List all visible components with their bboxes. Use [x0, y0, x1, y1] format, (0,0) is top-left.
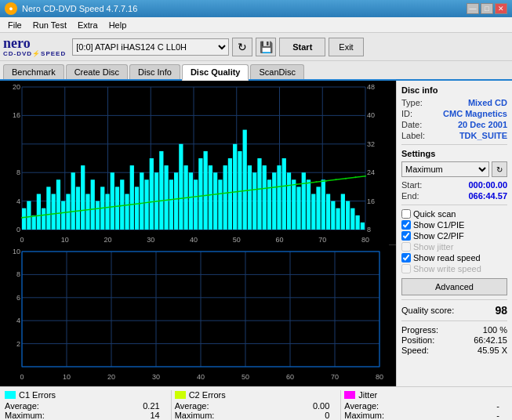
progress-value: 100 % [483, 325, 507, 335]
disc-id-label: ID: [401, 109, 412, 118]
maximize-button[interactable]: □ [481, 3, 493, 14]
speed-settings-row: Maximum ↻ [401, 161, 507, 177]
c1-max-row: Maximum: 14 [5, 411, 168, 420]
top-chart [0, 81, 396, 245]
tabs-bar: Benchmark Create Disc Disc Info Disc Qua… [0, 61, 512, 81]
right-panel: Disc info Type: Mixed CD ID: CMC Magneti… [396, 81, 512, 386]
jitter-legend: Jitter Average: - Maximum: - [344, 390, 507, 420]
start-label: Start: [401, 180, 422, 190]
show-write-speed-label: Show write speed [413, 264, 481, 273]
speed-select[interactable]: Maximum [401, 161, 489, 177]
menu-run-test[interactable]: Run Test [28, 19, 71, 31]
c1-max-value: 14 [150, 411, 159, 420]
c1-max-label: Maximum: [5, 411, 45, 420]
refresh-button[interactable]: ↻ [232, 38, 252, 56]
c1-legend-label: C1 Errors [19, 390, 56, 400]
main-content: Disc info Type: Mixed CD ID: CMC Magneti… [0, 81, 512, 386]
disc-type-value: Mixed CD [468, 98, 507, 107]
c2-legend-label: C2 Errors [189, 390, 226, 400]
tab-disc-info[interactable]: Disc Info [129, 64, 180, 79]
c1-color-box [5, 391, 16, 399]
divider-2 [401, 205, 507, 205]
jitter-average-row: Average: - [344, 401, 507, 411]
c1-average-label: Average: [5, 401, 39, 411]
quick-scan-label: Quick scan [413, 209, 456, 219]
settings-refresh-button[interactable]: ↻ [492, 161, 507, 177]
c1-legend: C1 Errors Average: 0.21 Maximum: 14 Tota… [5, 390, 168, 420]
tab-disc-quality[interactable]: Disc Quality [182, 64, 249, 81]
c1-legend-header: C1 Errors [5, 390, 168, 400]
show-c2-pif-row: Show C2/PIF [401, 231, 507, 241]
progress-label: Progress: [401, 325, 438, 335]
jitter-legend-label: Jitter [358, 390, 377, 400]
quality-score-value: 98 [495, 304, 507, 317]
c2-average-value: 0.00 [313, 401, 329, 411]
disc-type-label: Type: [401, 98, 423, 107]
jitter-max-value: - [496, 411, 499, 420]
disc-info-title: Disc info [401, 85, 507, 95]
position-row: Position: 66:42.15 [401, 335, 507, 345]
exit-button[interactable]: Exit [329, 38, 363, 56]
show-write-speed-row: Show write speed [401, 264, 507, 273]
jitter-max-label: Maximum: [344, 411, 384, 420]
close-button[interactable]: ✕ [495, 3, 507, 14]
tab-scan-disc[interactable]: ScanDisc [250, 64, 303, 79]
advanced-button[interactable]: Advanced [401, 278, 507, 295]
tab-benchmark[interactable]: Benchmark [3, 64, 64, 79]
disc-id-value: CMC Magnetics [443, 109, 507, 118]
jitter-average-value: - [496, 401, 499, 411]
show-read-speed-label: Show read speed [413, 253, 481, 262]
jitter-average-label: Average: [344, 401, 379, 411]
position-label: Position: [401, 335, 434, 345]
show-read-speed-checkbox[interactable] [401, 253, 411, 262]
disc-type-row: Type: Mixed CD [401, 98, 507, 107]
menu-help[interactable]: Help [104, 19, 132, 31]
minimize-button[interactable]: — [467, 3, 479, 14]
menu-bar: File Run Test Extra Help [0, 17, 512, 33]
disc-id-row: ID: CMC Magnetics [401, 109, 507, 118]
drive-select[interactable]: [0:0] ATAPI iHAS124 C LL0H [72, 38, 229, 56]
c2-average-label: Average: [175, 401, 209, 411]
settings-title: Settings [401, 149, 507, 158]
quick-scan-row: Quick scan [401, 209, 507, 219]
c2-max-value: 0 [325, 411, 329, 420]
divider-1 [401, 144, 507, 145]
show-jitter-label: Show jitter [413, 242, 453, 252]
menu-file[interactable]: File [3, 19, 27, 31]
speed-label: Speed: [401, 346, 429, 355]
c2-color-box [175, 391, 186, 399]
title-bar-title: Nero CD-DVD Speed 4.7.7.16 [22, 4, 137, 13]
quick-scan-checkbox[interactable] [401, 209, 411, 219]
nero-cd-text: CD-DVD⚡SPEED [3, 50, 66, 57]
start-button[interactable]: Start [279, 38, 325, 56]
c2-average-row: Average: 0.00 [175, 401, 338, 411]
show-c2-pif-checkbox[interactable] [401, 231, 411, 241]
jitter-legend-header: Jitter [344, 390, 507, 400]
menu-extra[interactable]: Extra [73, 19, 103, 31]
c2-legend: C2 Errors Average: 0.00 Maximum: 0 Total… [175, 390, 338, 420]
speed-row: Speed: 45.95 X [401, 346, 507, 355]
show-write-speed-checkbox[interactable] [401, 264, 411, 273]
legend-divider-1 [171, 390, 172, 420]
c2-legend-header: C2 Errors [175, 390, 338, 400]
disc-label-row: Label: TDK_SUITE [401, 131, 507, 140]
divider-4 [401, 320, 507, 321]
nero-logo-text: nero [3, 36, 31, 50]
chart-area [0, 81, 396, 386]
disc-date-label: Date: [401, 120, 422, 129]
title-bar: ● Nero CD-DVD Speed 4.7.7.16 — □ ✕ [0, 0, 512, 17]
c1-average-row: Average: 0.21 [5, 401, 168, 411]
quality-score-row: Quality score: 98 [401, 304, 507, 317]
legend-divider-2 [340, 390, 341, 420]
speed-value: 45.95 X [478, 346, 507, 355]
show-jitter-checkbox[interactable] [401, 242, 411, 252]
show-c1-pie-checkbox[interactable] [401, 220, 411, 230]
nero-logo: nero CD-DVD⚡SPEED [3, 36, 66, 57]
show-jitter-row: Show jitter [401, 242, 507, 252]
save-button[interactable]: 💾 [256, 38, 276, 56]
disc-date-row: Date: 20 Dec 2001 [401, 120, 507, 129]
tab-create-disc[interactable]: Create Disc [66, 64, 128, 79]
divider-3 [401, 299, 507, 300]
legend-bar: C1 Errors Average: 0.21 Maximum: 14 Tota… [0, 386, 512, 420]
progress-section: Progress: 100 % Position: 66:42.15 Speed… [401, 325, 507, 355]
